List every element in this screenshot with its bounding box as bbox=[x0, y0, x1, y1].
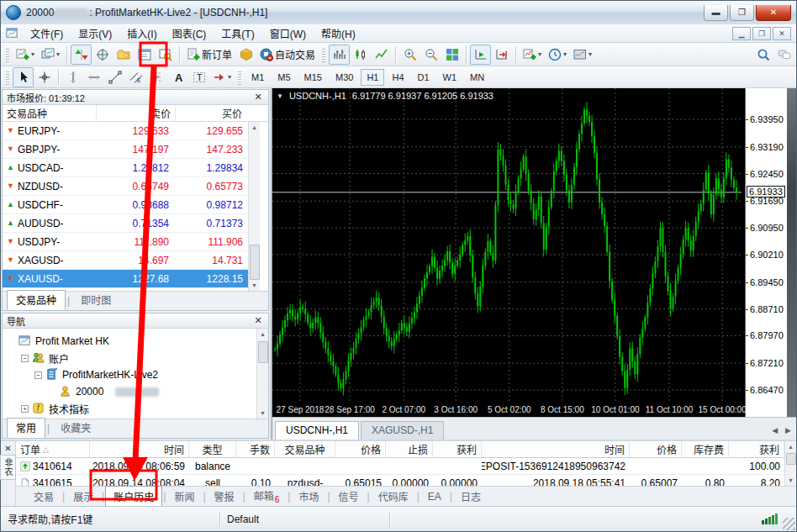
tree-item[interactable]: 20000 bbox=[4, 383, 255, 400]
terminal-tab-3[interactable]: 账户历史 bbox=[105, 486, 162, 507]
terminal-tab-5[interactable]: 警报 bbox=[207, 487, 242, 506]
fibonacci-tool-button[interactable]: F bbox=[146, 67, 167, 87]
dropdown-icon[interactable]: ▾ bbox=[56, 50, 60, 58]
terminal-column-lots[interactable]: 手数 bbox=[236, 441, 275, 457]
dropdown-icon[interactable]: ▾ bbox=[228, 73, 231, 81]
market-watch-row[interactable]: ▼XAGUSD-14.69714.731 bbox=[3, 251, 248, 270]
vertical-line-tool-button[interactable] bbox=[62, 67, 83, 87]
market-watch-row[interactable]: ▼EURJPY-129.633129.655 bbox=[3, 122, 248, 140]
scroll-down-icon[interactable]: ▼ bbox=[785, 475, 796, 486]
text-tool-button[interactable]: A bbox=[167, 67, 188, 87]
minimize-button[interactable]: ▬ bbox=[704, 5, 728, 21]
terminal-column-symbol[interactable]: 交易品种 bbox=[275, 441, 335, 457]
chart-tab-2[interactable]: XAGUSD-,H1 bbox=[361, 421, 444, 440]
tree-item[interactable]: −账户 bbox=[4, 350, 255, 366]
tree-item[interactable]: +f技术指标 bbox=[4, 400, 255, 417]
cursor-tool-button[interactable] bbox=[13, 67, 34, 87]
nonfarm-side-tab[interactable]: 非农 bbox=[0, 455, 16, 480]
timeframe-button-m1[interactable]: M1 bbox=[245, 69, 270, 86]
scrollbar-thumb[interactable] bbox=[250, 245, 260, 280]
tree-item[interactable]: −ProfitMarketHK-Live2 bbox=[4, 366, 255, 383]
timeframe-button-d1[interactable]: D1 bbox=[412, 69, 435, 86]
child-close-button[interactable]: ✕ bbox=[773, 27, 791, 40]
menu-item-5[interactable]: 工具(T) bbox=[214, 24, 261, 42]
market-watch-row[interactable]: ▼GBPJPY-147.197147.233 bbox=[3, 140, 248, 159]
data-window-button[interactable] bbox=[92, 45, 113, 65]
timeframe-button-m5[interactable]: M5 bbox=[272, 69, 296, 86]
search-button[interactable] bbox=[752, 45, 773, 65]
market-watch-tab-1[interactable]: 交易品种 bbox=[7, 290, 66, 310]
strategy-tester-button[interactable] bbox=[155, 45, 176, 65]
chevron-down-icon[interactable]: ▼ bbox=[277, 92, 283, 100]
close-button[interactable]: ✕ bbox=[756, 5, 791, 21]
column-bid[interactable]: 卖价 bbox=[97, 105, 176, 121]
close-icon[interactable]: ✕ bbox=[252, 92, 264, 103]
timeframe-button-mn[interactable]: MN bbox=[464, 69, 490, 86]
terminal-column-time2[interactable]: 时间 bbox=[482, 441, 630, 457]
auto-scroll-button[interactable] bbox=[470, 45, 491, 65]
indicators-button[interactable]: ▾ bbox=[520, 45, 545, 65]
resize-grip[interactable] bbox=[783, 518, 795, 530]
column-symbol[interactable]: 交易品种 bbox=[3, 105, 97, 121]
terminal-column-order[interactable]: 订单△ bbox=[16, 441, 90, 457]
terminal-column-tp[interactable]: 获利 bbox=[433, 441, 482, 457]
market-watch-toggle-button[interactable] bbox=[71, 45, 92, 65]
terminal-tab-11[interactable]: 日志 bbox=[453, 487, 488, 506]
terminal-tab-4[interactable]: 新闻 bbox=[166, 487, 202, 506]
navigator-toggle-button[interactable] bbox=[113, 45, 134, 65]
terminal-column-price2[interactable]: 价格 bbox=[630, 441, 682, 457]
scroll-left-icon[interactable]: ◀ bbox=[772, 426, 778, 435]
market-watch-tab-2[interactable]: 即时图 bbox=[71, 290, 120, 310]
close-icon[interactable]: ✕ bbox=[4, 444, 11, 453]
terminal-column-swap[interactable]: 库存费 bbox=[682, 441, 729, 457]
profiles-button[interactable]: ▾ bbox=[38, 45, 63, 65]
terminal-tab-8[interactable]: 信号 bbox=[331, 487, 367, 506]
timeframe-button-w1[interactable]: W1 bbox=[437, 69, 463, 86]
navigator-scrollbar[interactable]: ▲ ▼ bbox=[256, 329, 268, 419]
market-watch-row[interactable]: ▼NZDUSD-0.657490.65773 bbox=[3, 177, 248, 196]
periods-button[interactable]: ▾ bbox=[545, 45, 570, 65]
market-watch-row[interactable]: ▼USDJPY-111.890111.906 bbox=[3, 233, 248, 251]
scroll-right-icon[interactable]: ▶ bbox=[785, 426, 791, 435]
market-watch-row[interactable]: ▼XAUUSD-1227.681228.15 bbox=[3, 270, 248, 288]
timeframe-button-h4[interactable]: H4 bbox=[386, 69, 409, 86]
menu-item-7[interactable]: 帮助(H) bbox=[314, 24, 363, 42]
menu-item-1[interactable]: 文件(F) bbox=[23, 24, 71, 42]
line-chart-mode-button[interactable] bbox=[371, 45, 392, 65]
status-profile[interactable]: Default bbox=[227, 514, 383, 525]
column-ask[interactable]: 买价 bbox=[176, 105, 246, 121]
scroll-down-icon[interactable]: ▼ bbox=[249, 280, 260, 291]
terminal-column-type[interactable]: 类型 bbox=[189, 441, 236, 457]
terminal-column-profit[interactable]: 获利 bbox=[729, 441, 784, 457]
scroll-up-icon[interactable]: ▲ bbox=[249, 122, 260, 133]
market-watch-row[interactable]: ▲USDCHF-0.986880.98712 bbox=[3, 196, 248, 214]
expand-box-icon[interactable]: − bbox=[34, 371, 42, 379]
crosshair-tool-button[interactable] bbox=[34, 67, 55, 87]
market-watch-row[interactable]: ▲AUDUSD-0.713540.71373 bbox=[3, 214, 248, 233]
market-watch-scrollbar[interactable]: ▲ ▼ bbox=[248, 122, 260, 291]
dropdown-icon[interactable]: ▾ bbox=[31, 50, 34, 58]
terminal-order-row[interactable]: 34106152018.09.14 08:08:04sell0.10nzdusd… bbox=[16, 475, 784, 486]
chat-button[interactable] bbox=[773, 45, 794, 65]
scroll-up-icon[interactable]: ▲ bbox=[257, 329, 268, 340]
menu-item-4[interactable]: 图表(C) bbox=[165, 24, 214, 42]
terminal-toggle-button[interactable] bbox=[134, 45, 155, 65]
scroll-up-icon[interactable]: ▲ bbox=[785, 441, 796, 452]
dropdown-icon[interactable]: ▾ bbox=[589, 50, 592, 58]
tile-windows-button[interactable] bbox=[441, 45, 462, 65]
timeframe-button-m15[interactable]: M15 bbox=[298, 69, 328, 86]
menu-item-3[interactable]: 插入(I) bbox=[119, 24, 164, 42]
metaeditor-button[interactable] bbox=[235, 45, 256, 65]
child-minimize-button[interactable]: ▁ bbox=[732, 27, 751, 40]
expand-box-icon[interactable]: + bbox=[21, 405, 29, 413]
timeframe-button-m30[interactable]: M30 bbox=[330, 69, 359, 86]
menu-item-2[interactable]: 显示(V) bbox=[71, 24, 119, 42]
chart-shift-button[interactable] bbox=[491, 45, 512, 65]
new-order-button[interactable]: 新订单 bbox=[183, 45, 235, 65]
child-restore-button[interactable]: ❐ bbox=[752, 27, 771, 40]
price-axis[interactable]: 6.939506.931906.924506.916906.909506.902… bbox=[745, 88, 787, 417]
terminal-tab-1[interactable]: 交易 bbox=[26, 487, 61, 506]
market-watch-row[interactable]: ▲USDCAD-1.298121.29834 bbox=[3, 159, 248, 177]
terminal-tab-7[interactable]: 市场 bbox=[291, 487, 326, 506]
new-chart-button[interactable]: ▾ bbox=[13, 45, 38, 65]
